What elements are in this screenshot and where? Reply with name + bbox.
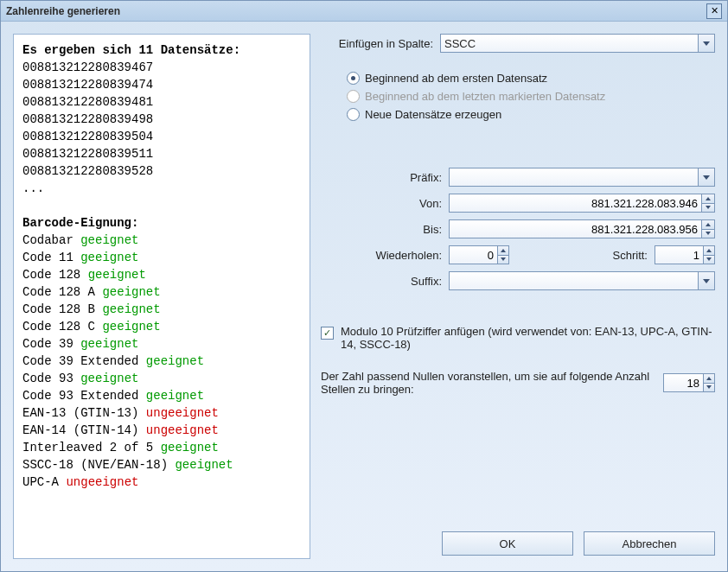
to-input[interactable] <box>449 219 701 238</box>
prefix-select[interactable] <box>449 168 715 187</box>
radio-create-new[interactable]: Neue Datensätze erzeugen <box>347 108 715 121</box>
start-position-radio-group: Beginnend ab dem ersten Datensatz Beginn… <box>347 72 715 126</box>
zeropad-input[interactable] <box>663 373 703 392</box>
chevron-down-icon <box>698 168 714 186</box>
step-label: Schritt: <box>527 249 655 262</box>
suffix-select[interactable] <box>449 271 715 290</box>
insert-column-select[interactable]: SSCC <box>440 34 715 53</box>
repeat-label: Wiederholen: <box>321 249 449 262</box>
radio-label: Beginnend ab dem ersten Datensatz <box>365 72 547 85</box>
cancel-button[interactable]: Abbrechen <box>584 531 715 556</box>
zeropad-spinner[interactable] <box>703 373 715 392</box>
dialog-buttons: OK Abbrechen <box>321 531 715 559</box>
dialog-window: Zahlenreihe generieren ✕ Es ergeben sich… <box>0 0 728 572</box>
chevron-down-icon <box>698 272 714 289</box>
to-spinner[interactable] <box>701 219 715 238</box>
checkbox-icon: ✓ <box>321 327 334 340</box>
from-input[interactable] <box>449 194 701 213</box>
to-label: Bis: <box>321 223 449 236</box>
radio-begin-first[interactable]: Beginnend ab dem ersten Datensatz <box>347 72 715 85</box>
radio-icon <box>347 72 360 85</box>
insert-column-value: SSCC <box>444 37 476 50</box>
step-input[interactable] <box>655 245 703 264</box>
mod10-label: Modulo 10 Prüfziffer anfügen (wird verwe… <box>341 325 715 351</box>
prefix-label: Präfix: <box>321 171 449 184</box>
mod10-checkbox-row[interactable]: ✓ Modulo 10 Prüfziffer anfügen (wird ver… <box>321 325 715 351</box>
insert-row: Einfügen in Spalte: SSCC <box>321 34 715 53</box>
close-icon[interactable]: ✕ <box>706 3 722 19</box>
insert-label: Einfügen in Spalte: <box>321 37 440 50</box>
zeropad-label: Der Zahl passend Nullen voranstellen, um… <box>321 370 663 396</box>
from-spinner[interactable] <box>701 194 715 213</box>
ok-button[interactable]: OK <box>442 531 573 556</box>
radio-label: Beginnend ab dem letzten markierten Date… <box>365 90 605 103</box>
step-spinner[interactable] <box>703 245 715 264</box>
preview-panel: Es ergeben sich 11 Datensätze: 008813212… <box>13 34 310 559</box>
radio-icon <box>347 90 360 103</box>
repeat-spinner[interactable] <box>497 245 509 264</box>
zeropad-row: Der Zahl passend Nullen voranstellen, um… <box>321 370 715 396</box>
repeat-input[interactable] <box>449 245 497 264</box>
suffix-label: Suffix: <box>321 275 449 288</box>
chevron-down-icon <box>698 35 714 52</box>
dialog-content: Es ergeben sich 11 Datensätze: 008813212… <box>1 22 727 571</box>
window-title: Zahlenreihe generieren <box>6 5 706 17</box>
radio-icon <box>347 108 360 121</box>
titlebar: Zahlenreihe generieren ✕ <box>1 1 727 22</box>
radio-begin-last: Beginnend ab dem letzten markierten Date… <box>347 90 715 103</box>
from-label: Von: <box>321 197 449 210</box>
radio-label: Neue Datensätze erzeugen <box>365 108 501 121</box>
numeric-grid: Präfix: Von: Bis: <box>321 168 715 297</box>
form-panel: Einfügen in Spalte: SSCC Beginnend ab de… <box>321 34 715 559</box>
